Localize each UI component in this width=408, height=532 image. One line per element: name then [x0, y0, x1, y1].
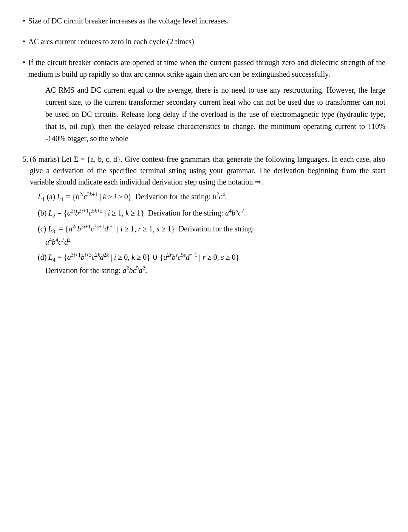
bullet-item-2: • AC arcs current reduces to zero in eac… [23, 36, 385, 48]
sub-item-d: (d) L4 = {a3i+1bi+3c2kd2k | i ≥ 0, k ≥ 0… [38, 251, 385, 276]
bullet-item-1: • Size of DC circuit breaker increases a… [23, 15, 385, 27]
bullet-dot-3: • [23, 57, 25, 68]
bullet-dot-1: • [23, 15, 25, 26]
sub-item-a: L1 (a) L1 = {b2ic3k+1 | k ≥ i ≥ 0} Deriv… [38, 191, 385, 204]
indented-paragraph: AC RMS and DC current equal to the avera… [45, 84, 385, 144]
bullet-text-2: AC arcs current reduces to zero in each … [28, 36, 194, 48]
section-5-number: 5. [23, 154, 28, 165]
bullet-text-1: Size of DC circuit breaker increases as … [28, 15, 229, 27]
bullet-text-3: If the circuit breaker contacts are open… [28, 57, 385, 80]
section-5: 5. (6 marks) Let Σ = {a, b, c, d}. Give … [23, 154, 385, 276]
section-5-header: 5. (6 marks) Let Σ = {a, b, c, d}. Give … [23, 154, 385, 188]
sub-item-c-text: (c) L3 = {a2rb3i+1c3s+1di+1 | i ≥ 1, r ≥… [38, 225, 254, 246]
section-5-description: (6 marks) Let Σ = {a, b, c, d}. Give con… [30, 154, 385, 188]
bullet-dot-2: • [23, 36, 25, 47]
sub-item-c: (c) L3 = {a2rb3i+1c3s+1di+1 | i ≥ 1, r ≥… [38, 223, 385, 248]
sub-item-b: (b) L2 = {a2ib2i+1c5k+2 | i ≥ 1, k ≥ 1} … [38, 207, 385, 220]
bullet-item-3: • If the circuit breaker contacts are op… [23, 57, 385, 80]
sub-item-a-text: (a) L1 = {b2ic3k+1 | k ≥ i ≥ 0} Derivati… [47, 192, 227, 201]
sub-item-d-text: (d) L4 = {a3i+1bi+3c2kd2k | i ≥ 0, k ≥ 0… [38, 253, 239, 275]
sub-items-list: L1 (a) L1 = {b2ic3k+1 | k ≥ i ≥ 0} Deriv… [38, 191, 385, 276]
sub-item-a-label: L1 [38, 192, 45, 201]
sub-item-b-text: (b) L2 = {a2ib2i+1c5k+2 | i ≥ 1, k ≥ 1} … [38, 209, 246, 217]
